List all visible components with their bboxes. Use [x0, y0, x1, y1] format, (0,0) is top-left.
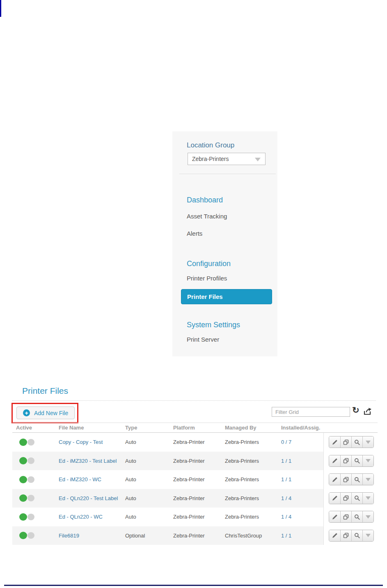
sidebar-heading-dashboard: Dashboard	[187, 196, 223, 204]
document-page: Location Group Zebra-Printers Dashboard …	[0, 0, 387, 588]
copy-button[interactable]	[340, 474, 351, 485]
edit-button[interactable]	[329, 511, 340, 522]
active-on-indicator[interactable]	[19, 439, 27, 446]
col-header-active: Active	[16, 425, 32, 431]
active-off-indicator[interactable]	[27, 457, 34, 464]
table-header: Active File Name Type Platform Managed B…	[12, 423, 378, 433]
table-row: File6819 Optional Zebra-Printer ChrisTes…	[12, 526, 378, 545]
active-on-indicator[interactable]	[19, 494, 27, 502]
more-dropdown-button[interactable]	[362, 530, 373, 541]
sidebar-divider	[179, 174, 276, 174]
active-on-indicator[interactable]	[19, 457, 27, 464]
file-type: Auto	[125, 508, 136, 526]
more-dropdown-button[interactable]	[362, 455, 373, 466]
active-on-indicator[interactable]	[19, 476, 27, 483]
magnifier-button[interactable]	[351, 493, 362, 504]
magnifier-icon	[354, 495, 360, 501]
edit-button[interactable]	[329, 455, 340, 466]
more-dropdown-button[interactable]	[362, 474, 373, 485]
installed-assigned-link[interactable]: 1 / 1	[281, 526, 291, 545]
file-managed-by: Zebra-Printers	[225, 470, 259, 489]
edit-button[interactable]	[329, 493, 340, 504]
sidebar: Location Group Zebra-Printers Dashboard …	[172, 131, 277, 356]
sidebar-item-printer-profiles[interactable]: Printer Profiles	[187, 275, 227, 282]
sidebar-heading-configuration: Configuration	[187, 260, 231, 268]
chevron-down-icon	[366, 534, 371, 537]
refresh-icon[interactable]: ↻	[352, 406, 360, 414]
copy-icon	[343, 439, 349, 445]
copy-button[interactable]	[340, 436, 351, 448]
active-cell	[19, 526, 34, 545]
magnifier-button[interactable]	[351, 474, 362, 485]
sidebar-item-alerts[interactable]: Alerts	[187, 230, 202, 237]
installed-assigned-link[interactable]: 1 / 1	[281, 452, 291, 471]
file-name-link[interactable]: Ed - QLn220 - Test Label	[59, 489, 118, 508]
chevron-down-icon	[366, 441, 371, 444]
installed-assigned-link[interactable]: 1 / 1	[281, 470, 291, 489]
table-row: Ed - iMZ320 - Test Label Auto Zebra-Prin…	[12, 452, 378, 471]
printer-files-table: Active File Name Type Platform Managed B…	[12, 423, 378, 545]
location-group-select[interactable]: Zebra-Printers	[188, 153, 266, 165]
col-header-type: Type	[125, 425, 137, 431]
installed-assigned-link[interactable]: 1 / 4	[281, 508, 291, 526]
copy-icon	[343, 495, 349, 501]
copy-button[interactable]	[340, 493, 351, 504]
active-off-indicator[interactable]	[27, 532, 34, 539]
copy-button[interactable]	[340, 530, 351, 541]
copy-button[interactable]	[340, 511, 351, 522]
file-name-link[interactable]: Copy - Copy - Test	[59, 433, 103, 452]
installed-assigned-link[interactable]: 1 / 4	[281, 489, 291, 508]
pencil-icon	[332, 514, 338, 520]
sidebar-item-printer-files-selected[interactable]: Printer Files	[181, 289, 272, 304]
more-dropdown-button[interactable]	[362, 436, 373, 448]
active-on-indicator[interactable]	[19, 513, 27, 521]
active-off-indicator[interactable]	[27, 495, 34, 501]
file-type: Auto	[125, 489, 136, 508]
col-header-platform: Platform	[173, 425, 195, 431]
file-name-link[interactable]: Ed - QLn220 - WC	[59, 508, 103, 526]
file-name-link[interactable]: File6819	[59, 526, 79, 545]
file-type: Auto	[125, 433, 136, 452]
edit-button[interactable]	[329, 530, 340, 541]
chevron-down-icon	[366, 496, 371, 500]
active-off-indicator[interactable]	[27, 476, 34, 483]
location-group-label: Location Group	[187, 141, 234, 149]
magnifier-icon	[354, 533, 360, 538]
copy-button[interactable]	[340, 455, 351, 466]
edit-button[interactable]	[329, 436, 340, 448]
page-edge-marker	[0, 0, 1, 17]
sidebar-item-print-server[interactable]: Print Server	[187, 336, 219, 343]
footer-rule	[4, 585, 383, 586]
active-on-indicator[interactable]	[19, 532, 27, 539]
magnifier-button[interactable]	[351, 530, 362, 541]
sidebar-item-asset-tracking[interactable]: Asset Tracking	[187, 213, 227, 220]
file-type: Auto	[125, 470, 136, 489]
magnifier-button[interactable]	[351, 455, 362, 466]
file-name-link[interactable]: Ed - iMZ320 - Test Label	[59, 452, 117, 471]
magnifier-icon	[354, 477, 360, 482]
row-actions	[329, 511, 374, 523]
magnifier-button[interactable]	[351, 511, 362, 522]
copy-icon	[343, 477, 349, 482]
active-cell	[19, 433, 34, 452]
more-dropdown-button[interactable]	[362, 493, 373, 504]
active-off-indicator[interactable]	[27, 514, 34, 520]
col-header-installed-assigned: Installed/Assig.	[281, 425, 320, 431]
installed-assigned-link[interactable]: 0 / 7	[281, 433, 291, 452]
file-name-link[interactable]: Ed - iMZ320 - WC	[59, 470, 101, 489]
add-new-file-button[interactable]: + Add New File	[16, 407, 75, 419]
active-off-indicator[interactable]	[27, 439, 34, 446]
pencil-icon	[332, 458, 338, 464]
more-dropdown-button[interactable]	[362, 511, 373, 522]
copy-icon	[343, 514, 349, 520]
location-group-value: Zebra-Printers	[192, 156, 229, 162]
export-icon[interactable]	[364, 407, 372, 416]
table-body: Copy - Copy - Test Auto Zebra-Printer Ze…	[12, 433, 378, 545]
filter-grid-input[interactable]	[272, 407, 350, 417]
active-cell	[19, 452, 34, 471]
edit-button[interactable]	[329, 474, 340, 485]
file-managed-by: Zebra-Printers	[225, 452, 259, 471]
file-managed-by: Zebra-Printers	[225, 433, 259, 452]
magnifier-icon	[354, 514, 360, 520]
magnifier-button[interactable]	[351, 436, 362, 448]
